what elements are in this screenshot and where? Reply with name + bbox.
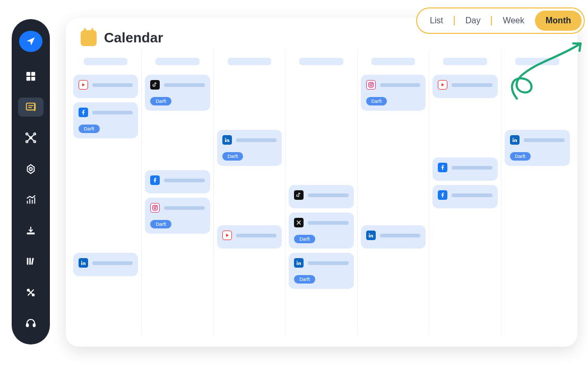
draft-badge: Darft <box>222 152 244 161</box>
empty-slot <box>217 170 282 221</box>
svg-rect-32 <box>153 206 158 210</box>
title-placeholder <box>452 193 492 197</box>
post-card[interactable] <box>145 170 210 193</box>
empty-slot <box>361 115 426 166</box>
tiktok-icon <box>294 190 304 200</box>
sidebar-item-tools[interactable] <box>18 283 44 302</box>
calendar-column <box>429 49 501 335</box>
draft-badge: Darft <box>294 235 315 243</box>
linkedin-icon <box>294 258 304 268</box>
sidebar-item-network[interactable] <box>18 128 44 147</box>
svg-point-40 <box>370 84 372 86</box>
view-week[interactable]: Week <box>492 11 535 31</box>
logo-icon[interactable] <box>19 31 42 52</box>
post-card[interactable]: Darft <box>217 130 282 166</box>
post-card[interactable] <box>217 225 282 249</box>
facebook-icon <box>79 108 88 117</box>
draft-badge: Darft <box>150 97 171 105</box>
svg-point-45 <box>512 138 513 139</box>
post-card[interactable] <box>289 185 353 208</box>
svg-point-34 <box>156 206 157 207</box>
svg-rect-37 <box>297 262 298 265</box>
title-placeholder <box>92 261 133 265</box>
calendar-column: Darft <box>70 49 142 335</box>
title-placeholder <box>236 234 276 237</box>
day-header-placeholder <box>371 58 415 65</box>
youtube-icon <box>79 80 88 90</box>
post-card[interactable] <box>73 253 138 276</box>
svg-point-41 <box>372 83 373 84</box>
calendar-column: DarftDarft <box>142 49 213 335</box>
sidebar-item-analytics[interactable] <box>18 190 44 209</box>
sidebar <box>12 19 50 344</box>
day-header-placeholder <box>155 58 199 65</box>
draft-badge: Darft <box>510 152 531 161</box>
sidebar-item-target[interactable] <box>18 160 44 179</box>
post-card[interactable] <box>433 157 497 181</box>
facebook-icon <box>150 175 160 185</box>
svg-rect-23 <box>27 258 29 265</box>
sidebar-item-library[interactable] <box>18 252 44 271</box>
sidebar-item-dashboard[interactable] <box>18 67 44 86</box>
view-month[interactable]: Month <box>535 11 582 31</box>
calendar-panel: Calendar DarftDarftDarftDarftDarftDarftD… <box>66 18 577 347</box>
post-card[interactable]: Darft <box>289 213 353 249</box>
facebook-icon <box>438 190 447 200</box>
post-card[interactable] <box>73 75 138 98</box>
empty-slot <box>289 75 353 126</box>
svg-rect-2 <box>27 77 30 81</box>
svg-rect-42 <box>369 235 370 237</box>
sidebar-item-messages[interactable] <box>18 98 44 117</box>
title-placeholder <box>524 138 565 142</box>
svg-point-38 <box>297 261 298 262</box>
svg-rect-3 <box>31 77 35 81</box>
post-card[interactable]: Darft <box>73 102 138 138</box>
post-card[interactable] <box>433 75 497 98</box>
tiktok-icon <box>150 80 160 90</box>
svg-rect-24 <box>29 258 31 265</box>
svg-rect-29 <box>33 324 36 327</box>
calendar-column: Darft <box>214 49 286 335</box>
svg-line-15 <box>28 138 31 141</box>
svg-rect-25 <box>31 258 34 265</box>
title-placeholder <box>164 179 204 182</box>
title-placeholder <box>452 166 492 170</box>
draft-badge: Darft <box>150 220 171 228</box>
instagram-icon <box>150 203 160 213</box>
day-header-placeholder <box>299 58 343 65</box>
svg-rect-4 <box>27 103 36 110</box>
svg-rect-44 <box>513 139 514 142</box>
svg-point-26 <box>28 289 30 291</box>
calendar-column: Darft <box>501 49 573 335</box>
sidebar-item-support[interactable] <box>18 314 44 333</box>
svg-point-33 <box>154 207 156 209</box>
post-card[interactable]: Darft <box>361 75 426 111</box>
sidebar-item-download[interactable] <box>18 221 44 240</box>
draft-badge: Darft <box>294 275 315 284</box>
title-placeholder <box>452 83 492 87</box>
calendar-column: DarftDarft <box>286 49 357 335</box>
svg-line-14 <box>31 135 34 138</box>
title-placeholder <box>380 83 420 87</box>
post-card[interactable] <box>361 225 426 249</box>
post-card[interactable]: Darft <box>289 253 353 289</box>
title-placeholder <box>308 193 348 197</box>
view-list[interactable]: List <box>419 11 454 31</box>
empty-slot <box>145 115 210 166</box>
day-header-placeholder <box>228 58 271 65</box>
title-placeholder <box>92 111 133 114</box>
view-day[interactable]: Day <box>455 11 491 31</box>
linkedin-icon <box>222 135 232 145</box>
post-card[interactable]: Darft <box>505 130 570 166</box>
facebook-icon <box>438 163 447 172</box>
post-card[interactable]: Darft <box>145 198 210 234</box>
empty-slot <box>73 198 138 249</box>
svg-rect-22 <box>27 233 35 235</box>
empty-slot <box>73 143 138 193</box>
title-placeholder <box>164 206 204 210</box>
empty-slot <box>505 75 570 126</box>
post-card[interactable]: Darft <box>145 75 210 111</box>
svg-line-16 <box>31 138 34 141</box>
post-card[interactable] <box>433 185 497 208</box>
empty-slot <box>217 75 282 126</box>
